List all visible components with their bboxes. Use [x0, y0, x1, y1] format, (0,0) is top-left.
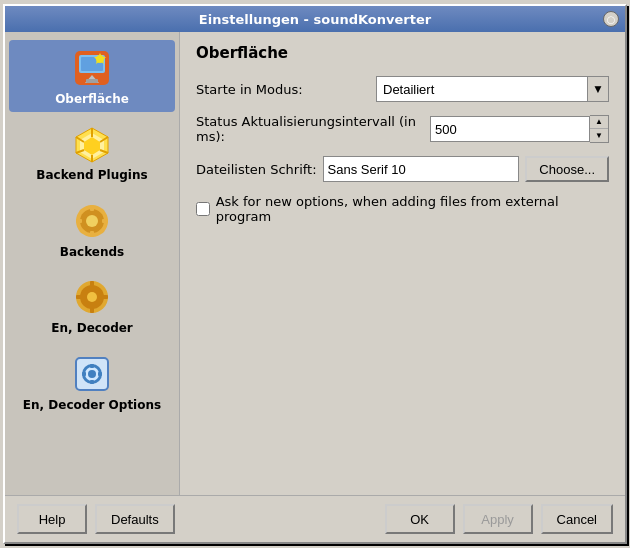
svg-point-37	[88, 370, 96, 378]
close-button[interactable]: ○	[603, 11, 619, 27]
dateilisten-label: Dateilisten Schrift:	[196, 162, 317, 177]
svg-rect-39	[90, 380, 94, 384]
main-window: Einstellungen - soundKonverter ○	[3, 4, 627, 544]
sidebar-label-backends: Backends	[60, 245, 124, 259]
bottom-bar-left: Help Defaults	[17, 504, 175, 534]
starte-dropdown-arrow[interactable]: ▼	[587, 76, 609, 102]
sidebar-label-en-decoder: En, Decoder	[51, 321, 133, 335]
status-spinbox-buttons: ▲ ▼	[590, 115, 609, 143]
svg-rect-33	[101, 295, 108, 299]
svg-rect-30	[90, 281, 94, 288]
status-input[interactable]	[430, 116, 590, 142]
status-row: Status Aktualisierungsintervall (in ms):…	[196, 114, 609, 144]
bottom-bar: Help Defaults OK Apply Cancel	[5, 495, 625, 542]
starte-label: Starte in Modus:	[196, 82, 376, 97]
external-program-checkbox[interactable]	[196, 202, 210, 216]
defaults-button[interactable]: Defaults	[95, 504, 175, 534]
content-area: Oberfläche Backend P	[5, 32, 625, 495]
sidebar-label-backend-plugins: Backend Plugins	[36, 168, 147, 182]
font-row: Dateilisten Schrift: Choose...	[196, 156, 609, 182]
section-title: Oberfläche	[196, 44, 609, 62]
ok-button[interactable]: OK	[385, 504, 455, 534]
status-label: Status Aktualisierungsintervall (in ms):	[196, 114, 430, 144]
svg-rect-38	[90, 364, 94, 368]
sidebar-label-oberflache: Oberfläche	[55, 92, 129, 106]
en-decoder-options-icon	[70, 352, 114, 396]
starte-row: Starte in Modus: Detailiert Einfach ▼	[196, 76, 609, 102]
backends-icon	[70, 199, 114, 243]
svg-rect-19	[90, 205, 94, 211]
sidebar-item-backend-plugins[interactable]: Backend Plugins	[9, 116, 175, 188]
svg-rect-31	[90, 306, 94, 313]
titlebar: Einstellungen - soundKonverter ○	[5, 6, 625, 32]
sidebar-item-en-decoder[interactable]: En, Decoder	[9, 269, 175, 341]
window-title: Einstellungen - soundKonverter	[199, 12, 431, 27]
svg-rect-21	[76, 219, 82, 223]
oberflache-icon	[70, 46, 114, 90]
svg-rect-22	[102, 219, 108, 223]
svg-point-18	[86, 215, 98, 227]
apply-button[interactable]: Apply	[463, 504, 533, 534]
sidebar: Oberfläche Backend P	[5, 32, 180, 495]
sidebar-label-en-decoder-options: En, Decoder Options	[23, 398, 161, 412]
svg-rect-32	[76, 295, 83, 299]
bottom-bar-right: OK Apply Cancel	[385, 504, 613, 534]
svg-rect-20	[90, 231, 94, 237]
help-button[interactable]: Help	[17, 504, 87, 534]
cancel-button[interactable]: Cancel	[541, 504, 613, 534]
choose-button[interactable]: Choose...	[525, 156, 609, 182]
dateilisten-input[interactable]	[323, 156, 520, 182]
svg-rect-41	[98, 372, 102, 376]
checkbox-row: Ask for new options, when adding files f…	[196, 194, 609, 224]
status-spinbox-up[interactable]: ▲	[590, 116, 608, 129]
checkbox-label: Ask for new options, when adding files f…	[216, 194, 609, 224]
svg-rect-40	[82, 372, 86, 376]
svg-point-29	[87, 292, 97, 302]
main-panel: Oberfläche Starte in Modus: Detailiert E…	[180, 32, 625, 495]
svg-rect-4	[86, 79, 98, 83]
sidebar-item-backends[interactable]: Backends	[9, 193, 175, 265]
status-spinbox: ▲ ▼	[430, 115, 609, 143]
starte-dropdown-container: Detailiert Einfach ▼	[376, 76, 609, 102]
en-decoder-icon	[70, 275, 114, 319]
status-spinbox-down[interactable]: ▼	[590, 129, 608, 142]
sidebar-item-oberflache[interactable]: Oberfläche	[9, 40, 175, 112]
starte-select[interactable]: Detailiert Einfach	[376, 76, 587, 102]
sidebar-item-en-decoder-options[interactable]: En, Decoder Options	[9, 346, 175, 418]
backend-plugins-icon	[70, 122, 114, 166]
